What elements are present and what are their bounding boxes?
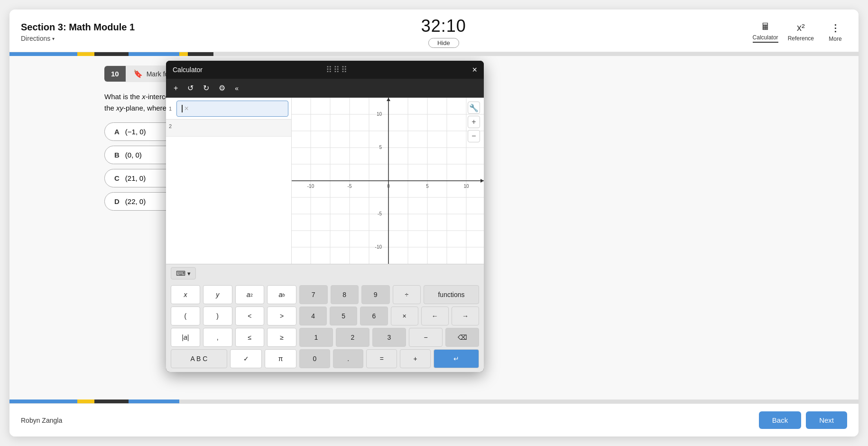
- calc-expression-input[interactable]: ×: [176, 101, 288, 117]
- calc-close-button[interactable]: ×: [472, 65, 477, 75]
- key-row-3: |a| , ≤ ≥: [171, 328, 296, 347]
- key-minus[interactable]: −: [409, 328, 443, 347]
- back-button[interactable]: Back: [759, 411, 801, 429]
- graph-svg: -10 -5 0 5 10 10 5 -5 -10: [292, 98, 484, 264]
- directions-button[interactable]: Directions ▾: [21, 35, 135, 42]
- calculator-icon: 🖩: [761, 21, 770, 32]
- header-center: 32:10 Hide: [421, 16, 466, 48]
- key-geq[interactable]: ≥: [267, 328, 296, 347]
- svg-text:10: 10: [377, 112, 382, 117]
- key-y[interactable]: y: [203, 285, 232, 304]
- calc-input-panel: 1 × 2: [166, 98, 292, 264]
- calc-drag-handle[interactable]: ⠿⠿⠿: [326, 65, 349, 75]
- key-comma[interactable]: ,: [203, 328, 232, 347]
- key-8[interactable]: 8: [331, 285, 359, 304]
- strip-blue-1: [9, 52, 77, 56]
- reference-toolbar-item[interactable]: x² Reference: [788, 22, 814, 42]
- header-left: Section 3: Math Module 1 Directions ▾: [21, 22, 135, 42]
- calc-undo-button[interactable]: ↺: [185, 82, 196, 94]
- option-letter-d: D: [114, 197, 120, 205]
- header-right: 🖩 Calculator x² Reference ⋮ More: [753, 21, 847, 43]
- footer: Robyn Zangla Back Next: [9, 403, 859, 437]
- more-icon: ⋮: [831, 22, 840, 34]
- keyboard-toggle-button[interactable]: ⌨ ▾: [171, 267, 196, 279]
- key-5[interactable]: 5: [330, 307, 357, 325]
- footer-progress-strip: [9, 400, 859, 403]
- key-backspace[interactable]: ⌫: [445, 328, 479, 347]
- key-gt[interactable]: >: [267, 307, 296, 325]
- num-row-4: 0 . = + ↵: [299, 349, 479, 368]
- key-arrow-right[interactable]: →: [452, 307, 479, 325]
- more-toolbar-item[interactable]: ⋮ More: [823, 22, 847, 42]
- option-value-c: (21, 0): [125, 174, 146, 182]
- key-1[interactable]: 1: [299, 328, 333, 347]
- svg-text:-10: -10: [307, 184, 314, 189]
- key-3[interactable]: 3: [372, 328, 406, 347]
- fstrip-empty: [179, 400, 859, 403]
- key-decimal[interactable]: .: [333, 349, 364, 368]
- caret-icon: ▾: [52, 36, 55, 41]
- strip-yellow: [77, 52, 94, 56]
- key-pi[interactable]: π: [265, 349, 296, 368]
- hide-button[interactable]: Hide: [428, 38, 459, 48]
- key-lparen[interactable]: (: [171, 307, 200, 325]
- svg-text:-5: -5: [378, 211, 382, 216]
- calc-settings-button[interactable]: ⚙: [216, 82, 228, 94]
- calc-toolbar: + ↺ ↻ ⚙ «: [166, 79, 484, 98]
- key-x[interactable]: x: [171, 285, 200, 304]
- calc-add-button[interactable]: +: [171, 82, 181, 94]
- calculator-toolbar-item[interactable]: 🖩 Calculator: [753, 21, 778, 43]
- graph-wrench-button[interactable]: 🔧: [468, 102, 480, 114]
- num-row-3: 1 2 3 − ⌫: [299, 328, 479, 347]
- strip-blue-2: [129, 52, 179, 56]
- key-2[interactable]: 2: [336, 328, 369, 347]
- calculator-label: Calculator: [753, 34, 778, 41]
- footer-buttons: Back Next: [759, 411, 847, 429]
- key-ab[interactable]: ab: [267, 285, 296, 304]
- key-abc[interactable]: A B C: [171, 349, 227, 368]
- section-title: Section 3: Math Module 1: [21, 22, 135, 33]
- next-button[interactable]: Next: [806, 411, 847, 429]
- calc-header: Calculator ⠿⠿⠿ ×: [166, 61, 484, 79]
- graph-zoom-out-button[interactable]: −: [468, 130, 480, 142]
- user-name: Robyn Zangla: [21, 417, 62, 424]
- key-check[interactable]: ✓: [230, 349, 262, 368]
- option-letter-a: A: [114, 128, 120, 136]
- svg-text:5: 5: [426, 184, 429, 189]
- calculator-modal: Calculator ⠿⠿⠿ × + ↺ ↻ ⚙ « 1: [166, 61, 484, 372]
- calc-graph-panel: 🔧 + −: [292, 98, 484, 264]
- fstrip-blue-1: [9, 400, 77, 403]
- expr-clear-button[interactable]: ×: [183, 104, 191, 113]
- question-number: 10: [104, 66, 126, 82]
- key-4[interactable]: 4: [299, 307, 327, 325]
- key-abs[interactable]: |a|: [171, 328, 200, 347]
- key-functions[interactable]: functions: [424, 285, 479, 304]
- key-7[interactable]: 7: [299, 285, 328, 304]
- option-value-b: (0, 0): [125, 151, 142, 159]
- key-lt[interactable]: <: [235, 307, 265, 325]
- option-value-d: (22, 0): [125, 197, 146, 205]
- key-plus[interactable]: +: [400, 349, 431, 368]
- calc-redo-button[interactable]: ↻: [200, 82, 212, 94]
- calc-collapse-button[interactable]: «: [232, 83, 241, 94]
- calc-symbolic-keys: x y a2 ab ( ) < > |a| , ≤: [171, 285, 296, 368]
- key-multiply[interactable]: ×: [391, 307, 418, 325]
- key-a2[interactable]: a2: [235, 285, 265, 304]
- key-arrow-left[interactable]: ←: [421, 307, 449, 325]
- timer-display: 32:10: [421, 16, 466, 36]
- main-content: 10 🔖 Mark for Review ABC What is the x-i…: [9, 56, 859, 400]
- key-leq[interactable]: ≤: [235, 328, 265, 347]
- key-9[interactable]: 9: [361, 285, 390, 304]
- num-row-1: 7 8 9 ÷ functions: [299, 285, 479, 304]
- key-enter[interactable]: ↵: [434, 349, 479, 368]
- key-0[interactable]: 0: [299, 349, 330, 368]
- key-rparen[interactable]: ): [203, 307, 232, 325]
- more-label: More: [829, 36, 841, 42]
- strip-dark-2: [188, 52, 213, 56]
- graph-zoom-in-button[interactable]: +: [468, 116, 480, 128]
- key-6[interactable]: 6: [360, 307, 388, 325]
- calc-numeric-keys: 7 8 9 ÷ functions 4 5 6 × ← →: [299, 285, 479, 368]
- key-divide[interactable]: ÷: [393, 285, 421, 304]
- svg-text:-5: -5: [348, 184, 352, 189]
- key-equals[interactable]: =: [366, 349, 397, 368]
